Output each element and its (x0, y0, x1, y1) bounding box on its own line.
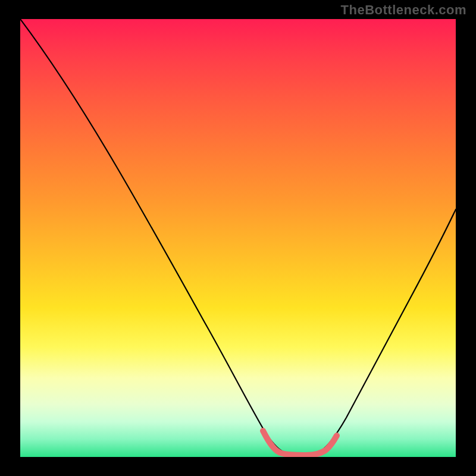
curve-layer (20, 19, 456, 457)
watermark-text: TheBottleneck.com (341, 2, 466, 18)
bottleneck-curve (20, 19, 456, 455)
optimal-range-highlight (263, 431, 337, 455)
chart-frame: TheBottleneck.com (0, 0, 476, 476)
plot-area (20, 19, 456, 457)
